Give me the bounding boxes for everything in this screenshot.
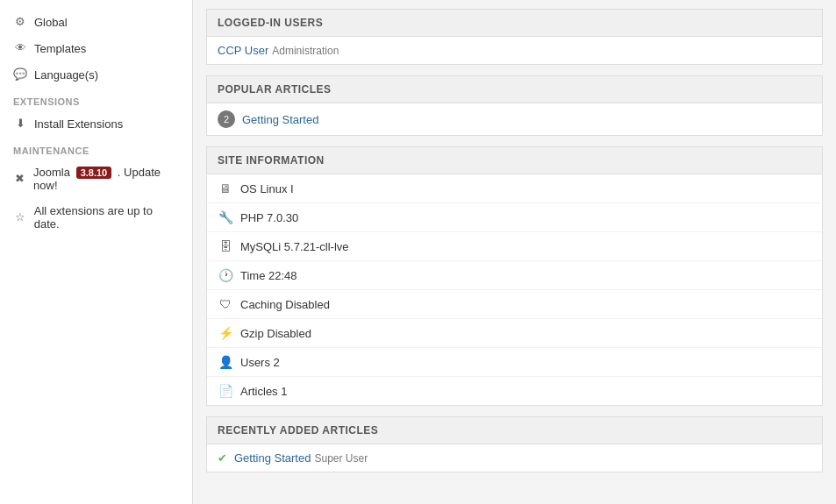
recent-article-author: Super User <box>314 452 368 465</box>
checkmark-icon: ✔ <box>218 451 227 465</box>
recently-added-header: RECENTLY ADDED ARTICLES <box>207 417 822 444</box>
sidebar-item-extensions-uptodate[interactable]: ☆ All extensions are up to date. <box>0 198 192 237</box>
sidebar-label-joomla: Joomla 3.8.10 . Update now! <box>33 166 179 192</box>
caching-icon: 🛡 <box>218 297 233 311</box>
section-header-maintenance: MAINTENANCE <box>0 137 192 160</box>
star-icon: ☆ <box>13 210 27 224</box>
sidebar-label-global: Global <box>34 16 68 29</box>
sidebar-label-languages: Language(s) <box>34 68 98 82</box>
bolt-icon: ⚡ <box>218 326 233 340</box>
eye-icon: 👁 <box>13 41 27 55</box>
sidebar-item-global[interactable]: ⚙ Global <box>0 9 192 35</box>
recent-article-row: ✔ Getting Started Super User <box>207 444 822 472</box>
sidebar-item-install-extensions[interactable]: ⬇ Install Extensions <box>0 110 192 137</box>
site-info-articles: 📄 Articles 1 <box>207 377 822 405</box>
sidebar-item-languages[interactable]: 💬 Language(s) <box>0 61 192 88</box>
sidebar-label-install: Install Extensions <box>34 117 123 131</box>
recently-added-articles-panel: RECENTLY ADDED ARTICLES ✔ Getting Starte… <box>206 416 823 472</box>
logged-in-users-header: LOGGED-IN USERS <box>207 10 822 37</box>
joomla-version-badge: 3.8.10 <box>76 167 112 179</box>
popular-articles-header: POPULAR ARTICLES <box>207 76 822 103</box>
db-icon: 🗄 <box>218 239 233 253</box>
joomla-icon: ✖ <box>13 172 26 186</box>
gear-icon: ⚙ <box>13 15 27 29</box>
site-info-users: 👤 Users 2 <box>207 348 822 377</box>
popular-article-row: 2 Getting Started <box>207 103 822 135</box>
site-info-time: 🕐 Time 22:48 <box>207 261 822 290</box>
users-icon: 👤 <box>218 355 233 369</box>
site-info-php: 🔧 PHP 7.0.30 <box>207 203 822 232</box>
main-content: LOGGED-IN USERS CCP User Administration … <box>193 0 836 504</box>
popular-article-title-link[interactable]: Getting Started <box>242 113 318 126</box>
clock-icon: 🕐 <box>218 268 233 282</box>
download-icon: ⬇ <box>13 117 27 131</box>
section-header-extensions: EXTENSIONS <box>0 88 192 110</box>
sidebar-item-joomla-update[interactable]: ✖ Joomla 3.8.10 . Update now! <box>0 160 192 198</box>
sidebar-label-uptodate: All extensions are up to date. <box>34 204 179 231</box>
site-information-panel: SITE INFORMATION 🖥 OS Linux I 🔧 PHP 7.0.… <box>206 146 823 406</box>
site-info-os: 🖥 OS Linux I <box>207 174 822 203</box>
popular-articles-panel: POPULAR ARTICLES 2 Getting Started <box>206 75 823 136</box>
site-info-caching: 🛡 Caching Disabled <box>207 290 822 319</box>
sidebar: ⚙ Global 👁 Templates 💬 Language(s) EXTEN… <box>0 0 193 504</box>
sidebar-item-templates[interactable]: 👁 Templates <box>0 35 192 61</box>
site-info-mysql: 🗄 MySQLi 5.7.21-cll-lve <box>207 232 822 261</box>
logged-in-user-row: CCP User Administration <box>207 37 822 64</box>
article-number-badge: 2 <box>218 110 235 128</box>
site-information-header: SITE INFORMATION <box>207 147 822 174</box>
logged-in-users-panel: LOGGED-IN USERS CCP User Administration <box>206 9 823 65</box>
comment-icon: 💬 <box>13 67 27 82</box>
monitor-icon: 🖥 <box>218 181 233 195</box>
user-role: Administration <box>272 45 339 57</box>
recent-article-title-link[interactable]: Getting Started <box>234 451 311 465</box>
sidebar-label-templates: Templates <box>34 42 86 55</box>
site-info-gzip: ⚡ Gzip Disabled <box>207 319 822 348</box>
php-icon: 🔧 <box>218 210 233 224</box>
user-name-link[interactable]: CCP User <box>218 44 268 57</box>
articles-icon: 📄 <box>218 384 233 398</box>
